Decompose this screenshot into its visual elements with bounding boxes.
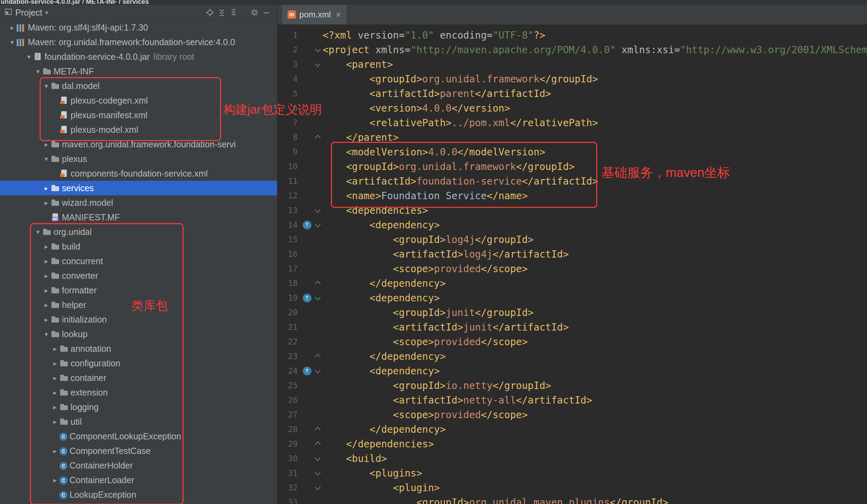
chevron-collapsed-icon[interactable]: ▸ — [42, 316, 51, 324]
tree-item-initialization[interactable]: ▸initialization — [0, 312, 277, 327]
line-number: 21 — [277, 323, 301, 332]
fold-down-icon[interactable] — [313, 369, 323, 373]
code-line-23: 23 </dependency> — [277, 349, 867, 364]
tree-item-meta-inf[interactable]: ▾META-INF — [0, 64, 277, 79]
project-toolwindow-icon — [4, 8, 13, 17]
chevron-collapsed-icon[interactable]: ▸ — [42, 286, 51, 294]
maven-dependency-gutter[interactable]: ↑ — [301, 294, 313, 302]
chevron-expanded-icon[interactable]: ▾ — [33, 228, 42, 236]
breadcrumb[interactable]: undation-service-4.0.0.jar / META-INF / … — [0, 0, 867, 5]
settings-gear-icon[interactable] — [249, 7, 260, 18]
chevron-collapsed-icon[interactable]: ▸ — [42, 243, 51, 251]
folder-icon — [51, 184, 60, 193]
chevron-expanded-icon[interactable]: ▾ — [24, 53, 33, 61]
tree-item-maven-org-unidal-framework-foundation-servi[interactable]: ▸maven.org.unidal.framework.foundation-s… — [0, 137, 277, 152]
code-line-20: 20 <groupId>junit</groupId> — [277, 305, 867, 320]
fold-up-icon[interactable] — [313, 135, 323, 139]
tree-item-components-foundation-service-xml[interactable]: components-foundation-service.xml — [0, 166, 277, 181]
tree-item-concurrent[interactable]: ▸concurrent — [0, 254, 277, 268]
maven-dependency-icon[interactable]: ↑ — [303, 221, 311, 229]
maven-dependency-icon[interactable]: ↑ — [303, 294, 311, 302]
tree-item-plexus-model-xml[interactable]: plexus-model.xml — [0, 122, 277, 137]
tree-item-configuration[interactable]: ▸configuration — [0, 356, 277, 371]
chevron-collapsed-icon[interactable]: ▸ — [50, 345, 59, 353]
hide-panel-icon[interactable] — [260, 7, 272, 18]
fold-down-icon[interactable] — [313, 486, 323, 490]
fold-up-icon[interactable] — [313, 354, 323, 358]
tree-item-maven-org-unidal-framework-foundation-service-4-0-0[interactable]: ▾Maven: org.unidal.framework:foundation-… — [0, 35, 277, 49]
locate-file-icon[interactable] — [204, 7, 216, 18]
tree-item-lookupexception[interactable]: CLookupException — [0, 487, 277, 502]
chevron-collapsed-icon[interactable]: ▸ — [50, 476, 59, 484]
tree-item-annotation[interactable]: ▸annotation — [0, 341, 277, 356]
fold-down-icon[interactable] — [313, 62, 323, 66]
maven-dependency-gutter[interactable]: ↑ — [301, 367, 313, 375]
tree-item-containerloader[interactable]: ▸CContainerLoader — [0, 473, 277, 487]
code-line-28: 28 </dependency> — [277, 422, 867, 437]
chevron-collapsed-icon[interactable]: ▸ — [42, 301, 51, 309]
chevron-collapsed-icon[interactable]: ▸ — [42, 257, 51, 265]
tree-item-lookup[interactable]: ▾lookup — [0, 327, 277, 341]
project-panel-title[interactable]: Project — [15, 8, 42, 18]
chevron-collapsed-icon[interactable]: ▸ — [50, 418, 59, 426]
code-area[interactable]: 1<?xml version="1.0" encoding="UTF-8"?>2… — [277, 24, 867, 504]
tree-item-componentlookupexception[interactable]: CComponentLookupException — [0, 429, 277, 444]
chevron-expanded-icon[interactable]: ▾ — [33, 67, 42, 75]
tree-item-plexus[interactable]: ▾plexus — [0, 152, 277, 166]
class-icon: C — [59, 477, 67, 485]
chevron-collapsed-icon[interactable]: ▸ — [50, 403, 59, 411]
chevron-collapsed-icon[interactable]: ▸ — [50, 359, 59, 367]
fold-down-icon[interactable] — [313, 471, 323, 475]
tree-item-services[interactable]: ▸services — [0, 181, 277, 195]
tree-item-build[interactable]: ▸build — [0, 239, 277, 254]
chevron-collapsed-icon[interactable]: ▸ — [42, 272, 51, 280]
fold-down-icon[interactable] — [313, 208, 323, 212]
collapse-all-icon[interactable] — [228, 7, 240, 18]
tree-item-componenttestcase[interactable]: ▸CComponentTestCase — [0, 444, 277, 458]
expand-all-icon[interactable] — [216, 7, 228, 18]
chevron-collapsed-icon[interactable]: ▸ — [42, 184, 51, 192]
chevron-expanded-icon[interactable]: ▾ — [42, 330, 51, 338]
fold-up-icon[interactable] — [313, 427, 323, 431]
chevron-expanded-icon[interactable]: ▾ — [42, 155, 51, 163]
tree-item-container[interactable]: ▸container — [0, 371, 277, 385]
tree-item-formatter[interactable]: ▸formatter — [0, 283, 277, 298]
close-tab-icon[interactable]: × — [336, 10, 341, 19]
tab-pom-xml[interactable]: m pom.xml × — [282, 5, 347, 24]
tree-item-foundation-service-4-0-0-jar[interactable]: ▾foundation-service-4.0.0.jarlibrary roo… — [0, 49, 277, 64]
maven-dependency-gutter[interactable]: ↑ — [301, 221, 313, 229]
code-line-24: 24↑ <dependency> — [277, 364, 867, 378]
tree-item-dal-model[interactable]: ▾dal.model — [0, 79, 277, 93]
tree-item-containerholder[interactable]: CContainerHolder — [0, 458, 277, 473]
chevron-collapsed-icon[interactable]: ▸ — [42, 199, 51, 207]
maven-dependency-icon[interactable]: ↑ — [303, 367, 311, 375]
chevron-collapsed-icon[interactable]: ▸ — [50, 374, 59, 382]
fold-chevron — [315, 46, 321, 52]
tree-item-converter[interactable]: ▸converter — [0, 268, 277, 283]
fold-down-icon[interactable] — [313, 296, 323, 300]
fold-down-icon[interactable] — [313, 223, 323, 227]
tree-item-wizard-model[interactable]: ▸wizard.model — [0, 195, 277, 210]
line-number: 23 — [277, 352, 301, 361]
tree-item-logging[interactable]: ▸logging — [0, 400, 277, 414]
tree-item-label: components-foundation-service.xml — [71, 169, 208, 179]
chevron-expanded-icon[interactable]: ▾ — [42, 82, 51, 90]
tree-item-org-unidal[interactable]: ▾org.unidal — [0, 225, 277, 239]
tree-item-util[interactable]: ▸util — [0, 414, 277, 429]
tree-item-label: foundation-service-4.0.0.jar — [44, 52, 150, 62]
chevron-collapsed-icon[interactable]: ▸ — [50, 389, 59, 397]
chevron-collapsed-icon[interactable]: ▸ — [50, 447, 59, 455]
tree-item-extension[interactable]: ▸extension — [0, 385, 277, 400]
fold-up-icon[interactable] — [313, 281, 323, 285]
tree-item-maven-org-slf4j-slf4j-api-1-7-30[interactable]: ▸Maven: org.slf4j:slf4j-api:1.7.30 — [0, 20, 277, 35]
tree-item-plexuscontainer[interactable]: IPlexusContainer — [0, 502, 277, 504]
chevron-collapsed-icon[interactable]: ▸ — [42, 140, 51, 148]
fold-chevron — [315, 207, 321, 213]
fold-down-icon[interactable] — [313, 456, 323, 461]
fold-down-icon[interactable] — [313, 48, 323, 52]
chevron-expanded-icon[interactable]: ▾ — [8, 38, 17, 46]
chevron-down-icon[interactable]: ▾ — [45, 9, 48, 16]
tree-item-manifest-mf[interactable]: MFMANIFEST.MF — [0, 210, 277, 225]
fold-up-icon[interactable] — [313, 442, 323, 446]
chevron-collapsed-icon[interactable]: ▸ — [8, 24, 17, 32]
